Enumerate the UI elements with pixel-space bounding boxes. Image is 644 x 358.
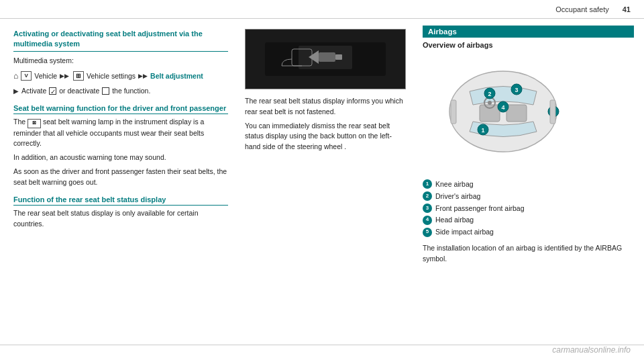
airbag-label-1: Knee airbag <box>435 179 474 190</box>
activate-suffix: or deactivate <box>59 87 99 95</box>
vehicle-icon: V <box>21 71 32 81</box>
activate-row: ▶ Activate or deactivate the function. <box>13 86 228 97</box>
nav-arrow-2: ▶▶ <box>138 71 148 81</box>
airbag-item-4: 4 Head airbag <box>423 214 634 226</box>
svg-point-9 <box>488 101 492 105</box>
airbag-label-2: Driver's airbag <box>435 191 480 202</box>
main-content: Activating or deactivating seat belt adj… <box>0 19 644 345</box>
nav-arrow-1: ▶▶ <box>60 71 69 81</box>
airbag-diagram: 1 2 3 4 5 <box>423 54 604 172</box>
airbag-item-1: 1 Knee airbag <box>423 179 634 190</box>
airbag-num-2: 2 <box>423 191 432 201</box>
warning-para3: As soon as the driver and front passenge… <box>13 167 228 188</box>
airbag-label-4: Head airbag <box>435 214 474 226</box>
middle-column: The rear seat belt status display inform… <box>238 19 416 345</box>
page-number: 41 <box>623 5 631 13</box>
watermark: carmanualsonline.info <box>552 345 631 355</box>
settings-icon: ⊞ <box>73 71 84 81</box>
section-rear-belt: Function of the rear seat belt status di… <box>13 195 228 230</box>
checkbox-unchecked <box>102 87 109 95</box>
airbag-item-2: 2 Driver's airbag <box>423 191 634 202</box>
svg-rect-6 <box>480 105 500 122</box>
caption-1: The rear seat belt status display inform… <box>245 96 406 118</box>
home-icon: ⌂ <box>13 70 18 83</box>
airbag-overview-heading: Overview of airbags <box>423 41 634 49</box>
svg-rect-20 <box>451 100 456 124</box>
seatbelt-display-svg <box>258 32 392 86</box>
vehicle-label: Vehicle <box>34 71 57 82</box>
airbag-num-5: 5 <box>423 228 432 237</box>
airbag-item-5: 5 Side impact airbag <box>423 226 634 238</box>
settings-label: Vehicle settings <box>87 71 136 82</box>
airbag-list: 1 Knee airbag 2 Driver's airbag 3 Front … <box>423 179 634 238</box>
footer-bar: carmanualsonline.info <box>0 345 644 358</box>
airbag-label-5: Side impact airbag <box>435 226 494 238</box>
svg-rect-2 <box>319 52 335 62</box>
svg-text:2: 2 <box>488 91 491 97</box>
car-display-image <box>245 29 406 89</box>
caption-2: You can immediately dismiss the rear sea… <box>245 121 406 152</box>
belt-label: Belt adjustment <box>150 71 203 82</box>
page-header: Occupant safety 41 <box>0 0 644 19</box>
left-column: Activating or deactivating seat belt adj… <box>0 19 238 345</box>
airbag-label-3: Front passenger front airbag <box>435 203 525 214</box>
svg-rect-21 <box>550 100 555 124</box>
airbag-num-3: 3 <box>423 204 432 213</box>
svg-rect-3 <box>335 54 342 60</box>
section-warning: Seat belt warning function for the drive… <box>13 104 228 187</box>
section-warning-heading: Seat belt warning function for the drive… <box>13 104 228 114</box>
section-activate: Activating or deactivating seat belt adj… <box>13 29 228 96</box>
warning-para2: In addition, an acoustic warning tone ma… <box>13 152 228 163</box>
airbag-num-4: 4 <box>423 216 432 225</box>
multimedia-label: Multimedia system: <box>13 56 228 66</box>
section-rear-belt-heading: Function of the rear seat belt status di… <box>13 195 228 206</box>
nav-path: ⌂ V Vehicle ▶▶ ⊞ Vehicle settings ▶▶ Bel… <box>13 70 228 83</box>
airbag-header: Airbags <box>423 26 634 38</box>
checkbox-checked <box>49 87 56 95</box>
activate-prefix: Activate <box>21 87 46 95</box>
airbag-num-1: 1 <box>423 179 432 189</box>
section-activate-heading: Activating or deactivating seat belt adj… <box>13 29 228 52</box>
svg-text:4: 4 <box>501 104 504 111</box>
warning-para1: The ⊠ seat belt warning lamp in the inst… <box>13 117 228 149</box>
svg-rect-7 <box>506 105 527 122</box>
svg-text:3: 3 <box>515 87 518 93</box>
activate-text: Activate or deactivate the function. <box>21 86 150 97</box>
section-title: Occupant safety <box>555 5 609 13</box>
airbag-footer-text: The installation location of an airbag i… <box>423 243 634 265</box>
right-column: Airbags Overview of airbags <box>416 19 644 345</box>
activate-end: the function. <box>112 87 150 95</box>
airbag-svg: 1 2 3 4 5 <box>423 54 604 169</box>
seatbelt-icon: ⊠ <box>28 119 41 128</box>
bullet-arrow: ▶ <box>13 87 19 95</box>
svg-text:1: 1 <box>481 127 484 134</box>
rear-belt-para1: The rear seat belt status display is onl… <box>13 208 228 230</box>
airbag-item-3: 3 Front passenger front airbag <box>423 203 634 214</box>
